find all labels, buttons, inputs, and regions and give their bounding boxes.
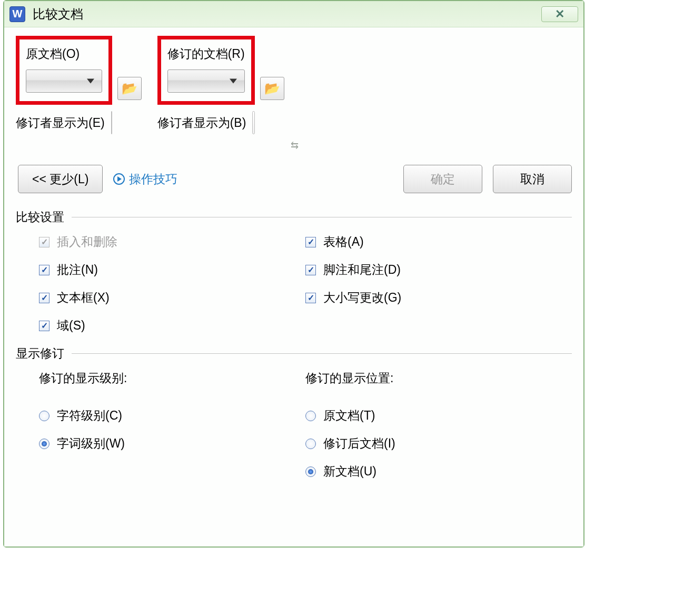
change-location-label: 修订的显示位置: <box>305 370 572 386</box>
checkbox-case-changes[interactable]: 大小写更改(G) <box>305 290 572 306</box>
original-browse-button[interactable]: 📂 <box>117 77 142 100</box>
titlebar: W 比较文档 ✕ <box>4 1 583 27</box>
checkbox-label: 批注(N) <box>57 262 98 278</box>
revised-doc-group: 修订的文档(R) 修订者显示为(B) 📂 <box>157 36 284 134</box>
revised-editor-label: 修订者显示为(B) <box>157 115 246 131</box>
radio-location-original[interactable]: 原文档(T) <box>305 408 572 424</box>
dialog-title: 比较文档 <box>33 6 83 23</box>
radio-label: 新文档(U) <box>323 463 376 480</box>
divider <box>72 217 572 217</box>
radio-char-level[interactable]: 字符级别(C) <box>39 408 305 424</box>
radio-icon <box>305 411 316 421</box>
revised-doc-label: 修订的文档(R) <box>167 46 245 62</box>
checkbox-textboxes[interactable]: 文本框(X) <box>39 290 305 306</box>
radio-label: 原文档(T) <box>323 408 375 424</box>
checkbox-icon <box>305 237 316 247</box>
change-level-label: 修订的显示级别: <box>39 370 305 386</box>
tips-label: 操作技巧 <box>129 171 177 187</box>
checkbox-comments[interactable]: 批注(N) <box>39 262 305 278</box>
original-doc-highlight: 原文档(O) <box>16 36 112 105</box>
play-icon <box>113 173 125 185</box>
document-picker-row: 原文档(O) 修订者显示为(E) 📂 <box>16 36 572 134</box>
cancel-button[interactable]: 取消 <box>493 165 572 193</box>
radio-icon <box>305 466 316 477</box>
checkbox-icon <box>39 321 49 331</box>
checkbox-footnotes[interactable]: 脚注和尾注(D) <box>305 262 572 278</box>
checkbox-icon <box>39 265 49 275</box>
radio-icon <box>39 411 49 421</box>
original-doc-combobox[interactable] <box>26 69 102 93</box>
compare-settings-title: 比较设置 <box>16 209 64 225</box>
revised-editor-row: 修订者显示为(B) <box>157 111 255 134</box>
checkbox-icon <box>39 293 49 303</box>
dialog-compare-documents: W 比较文档 ✕ 原文档(O) 修订者显示为(E) <box>3 0 584 548</box>
radio-word-level[interactable]: 字词级别(W) <box>39 435 305 452</box>
dialog-body: 原文档(O) 修订者显示为(E) 📂 <box>4 27 583 547</box>
close-button[interactable]: ✕ <box>541 6 578 22</box>
checkbox-icon <box>305 293 316 303</box>
folder-icon: 📂 <box>264 81 280 96</box>
radio-location-revised[interactable]: 修订后文档(I) <box>305 435 572 452</box>
radio-location-newdoc[interactable]: 新文档(U) <box>305 463 572 480</box>
show-changes-section: 显示修订 修订的显示级别: 字符级别(C) 字词级别(W) 修订的显示位 <box>16 345 572 480</box>
radio-label: 字词级别(W) <box>57 435 125 452</box>
compare-settings-section: 比较设置 插入和删除 批注(N) 文本框(X) <box>16 209 572 334</box>
revised-browse-button[interactable]: 📂 <box>260 77 284 100</box>
revised-doc-highlight: 修订的文档(R) <box>157 36 255 105</box>
app-icon: W <box>9 6 25 22</box>
ok-button[interactable]: 确定 <box>403 165 482 193</box>
original-editor-label: 修订者显示为(E) <box>16 115 105 131</box>
checkbox-label: 域(S) <box>57 317 85 334</box>
checkbox-label: 大小写更改(G) <box>323 290 401 306</box>
revised-doc-combobox[interactable] <box>167 69 245 93</box>
divider <box>72 353 572 354</box>
show-changes-title: 显示修订 <box>16 345 64 362</box>
checkbox-fields[interactable]: 域(S) <box>39 317 305 334</box>
radio-icon <box>39 439 49 449</box>
checkbox-label: 插入和删除 <box>57 234 117 250</box>
revised-editor-input[interactable] <box>252 111 254 134</box>
actions-row: << 更少(L) 操作技巧 确定 取消 <box>18 165 572 193</box>
checkbox-label: 脚注和尾注(D) <box>323 262 401 278</box>
radio-icon <box>305 439 316 449</box>
swap-documents-icon[interactable]: ⇆ <box>291 140 298 151</box>
checkbox-icon <box>39 237 49 247</box>
checkbox-tables[interactable]: 表格(A) <box>305 234 572 250</box>
original-editor-input[interactable] <box>111 111 112 134</box>
original-doc-label: 原文档(O) <box>26 46 102 62</box>
folder-icon: 📂 <box>122 81 137 96</box>
checkbox-label: 文本框(X) <box>57 290 110 306</box>
original-doc-group: 原文档(O) 修订者显示为(E) 📂 <box>16 36 142 134</box>
checkbox-icon <box>305 265 316 275</box>
checkbox-inserts-deletes: 插入和删除 <box>39 234 305 250</box>
radio-label: 修订后文档(I) <box>323 435 395 452</box>
radio-label: 字符级别(C) <box>57 408 122 424</box>
less-options-button[interactable]: << 更少(L) <box>18 165 103 193</box>
tips-link[interactable]: 操作技巧 <box>113 171 177 187</box>
checkbox-label: 表格(A) <box>323 234 364 250</box>
original-editor-row: 修订者显示为(E) <box>16 111 112 134</box>
